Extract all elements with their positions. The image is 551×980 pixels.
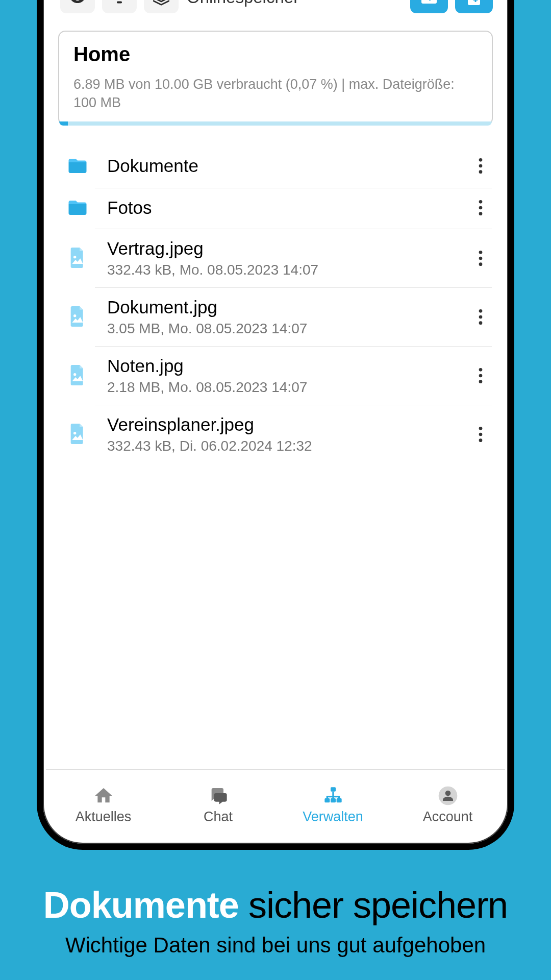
- svg-point-18: [73, 432, 76, 434]
- folder-plus-icon: [420, 0, 438, 7]
- row-text: Dokument.jpg3.05 MB, Mo. 08.05.2023 14:0…: [107, 297, 469, 337]
- row-icon-wrap: [60, 155, 95, 177]
- new-folder-button[interactable]: [410, 0, 448, 13]
- svg-rect-23: [324, 798, 330, 802]
- item-meta: 2.18 MB, Mo. 08.05.2023 14:07: [107, 379, 469, 396]
- svg-point-5: [479, 212, 483, 216]
- filter-icon: [110, 0, 129, 7]
- item-name: Vertrag.jpeg: [107, 238, 469, 259]
- image-file-icon: [69, 424, 86, 444]
- svg-rect-24: [331, 798, 336, 802]
- svg-point-8: [479, 257, 483, 260]
- svg-rect-22: [331, 787, 336, 791]
- item-name: Vereinsplaner.jpeg: [107, 414, 469, 435]
- more-icon: [479, 427, 483, 442]
- preview-button[interactable]: [60, 0, 95, 13]
- item-menu-button[interactable]: [469, 158, 492, 174]
- svg-point-0: [479, 158, 483, 162]
- row-text: Fotos: [107, 198, 469, 218]
- promo-headline: Dokumente sicher speichern: [18, 884, 533, 926]
- row-icon-wrap: [60, 424, 95, 444]
- svg-point-3: [479, 200, 483, 204]
- svg-point-4: [479, 206, 483, 210]
- item-name: Fotos: [107, 198, 469, 218]
- row-body: Noten.jpg2.18 MB, Mo. 08.05.2023 14:07: [95, 346, 492, 405]
- row-icon-wrap: [60, 248, 95, 268]
- svg-point-20: [479, 433, 483, 436]
- chat-icon: [207, 786, 230, 806]
- row-body: Dokumente: [95, 146, 492, 185]
- eye-icon: [68, 0, 87, 7]
- row-text: Noten.jpg2.18 MB, Mo. 08.05.2023 14:07: [107, 356, 469, 396]
- svg-point-17: [479, 380, 483, 383]
- svg-point-7: [479, 251, 483, 254]
- more-icon: [479, 309, 483, 325]
- svg-point-13: [479, 321, 483, 325]
- file-row[interactable]: Noten.jpg2.18 MB, Mo. 08.05.2023 14:07: [50, 346, 501, 405]
- svg-point-21: [479, 438, 483, 442]
- promo-headline-bold: Dokumente: [43, 885, 239, 925]
- nav-label: Aktuelles: [76, 809, 132, 825]
- nav-label: Account: [423, 809, 473, 825]
- item-menu-button[interactable]: [469, 427, 492, 442]
- breadcrumb-home[interactable]: Home: [73, 43, 478, 66]
- svg-point-16: [479, 374, 483, 378]
- row-text: Dokumente: [107, 156, 469, 176]
- row-body: Vertrag.jpeg332.43 kB, Mo. 08.05.2023 14…: [95, 229, 492, 287]
- more-icon: [479, 200, 483, 215]
- svg-point-10: [73, 314, 76, 317]
- account-icon: [437, 786, 459, 806]
- file-row[interactable]: Vertrag.jpeg332.43 kB, Mo. 08.05.2023 14…: [50, 229, 501, 287]
- item-meta: 332.43 kB, Mo. 08.05.2023 14:07: [107, 262, 469, 278]
- folder-row[interactable]: Dokumente: [50, 145, 501, 187]
- svg-point-6: [73, 256, 76, 258]
- more-icon: [479, 158, 483, 174]
- image-file-icon: [69, 306, 86, 327]
- item-menu-button[interactable]: [469, 309, 492, 325]
- item-name: Noten.jpg: [107, 356, 469, 376]
- nav-label: Verwalten: [303, 809, 363, 825]
- storage-usage-text: 6.89 MB von 10.00 GB verbraucht (0,07 %)…: [73, 75, 478, 112]
- home-icon: [92, 786, 115, 806]
- item-menu-button[interactable]: [469, 200, 492, 215]
- item-meta: 3.05 MB, Mo. 08.05.2023 14:07: [107, 321, 469, 337]
- more-icon: [479, 251, 483, 266]
- toolbar: Onlinespeicher: [46, 0, 505, 26]
- svg-rect-25: [336, 798, 341, 802]
- promo-headline-rest: sicher speichern: [239, 885, 508, 925]
- svg-point-14: [73, 373, 76, 376]
- bottom-nav: Aktuelles Chat Verwalten Account: [46, 769, 505, 841]
- row-text: Vertrag.jpeg332.43 kB, Mo. 08.05.2023 14…: [107, 238, 469, 278]
- nav-label: Chat: [204, 809, 233, 825]
- svg-point-9: [479, 262, 483, 266]
- new-file-button[interactable]: [455, 0, 493, 13]
- filter-button[interactable]: [102, 0, 137, 13]
- nav-aktuelles[interactable]: Aktuelles: [46, 770, 161, 841]
- row-body: Fotos: [95, 188, 492, 227]
- item-menu-button[interactable]: [469, 368, 492, 383]
- row-icon-wrap: [60, 365, 95, 385]
- more-icon: [479, 368, 483, 383]
- file-row[interactable]: Vereinsplaner.jpeg332.43 kB, Di. 06.02.2…: [50, 405, 501, 463]
- image-file-icon: [69, 365, 86, 385]
- svg-point-19: [479, 427, 483, 430]
- nav-verwalten[interactable]: Verwalten: [276, 770, 390, 841]
- svg-point-1: [479, 164, 483, 168]
- layers-icon: [152, 0, 171, 7]
- item-menu-button[interactable]: [469, 251, 492, 266]
- folder-icon: [67, 155, 88, 177]
- phone-screen: Onlinespeicher Home 6.89 MB von 10.00 GB…: [46, 0, 505, 841]
- file-list: DokumenteFotosVertrag.jpeg332.43 kB, Mo.…: [46, 131, 505, 769]
- folder-row[interactable]: Fotos: [50, 187, 501, 229]
- storage-label: Onlinespeicher: [187, 0, 299, 7]
- row-icon-wrap: [60, 197, 95, 218]
- manage-icon: [322, 786, 344, 806]
- row-body: Dokument.jpg3.05 MB, Mo. 08.05.2023 14:0…: [95, 287, 492, 346]
- nav-chat[interactable]: Chat: [161, 770, 276, 841]
- item-name: Dokumente: [107, 156, 469, 176]
- nav-account[interactable]: Account: [390, 770, 505, 841]
- layers-button[interactable]: [144, 0, 179, 13]
- svg-point-2: [479, 170, 483, 174]
- file-row[interactable]: Dokument.jpg3.05 MB, Mo. 08.05.2023 14:0…: [50, 287, 501, 346]
- phone-frame: Onlinespeicher Home 6.89 MB von 10.00 GB…: [37, 0, 514, 850]
